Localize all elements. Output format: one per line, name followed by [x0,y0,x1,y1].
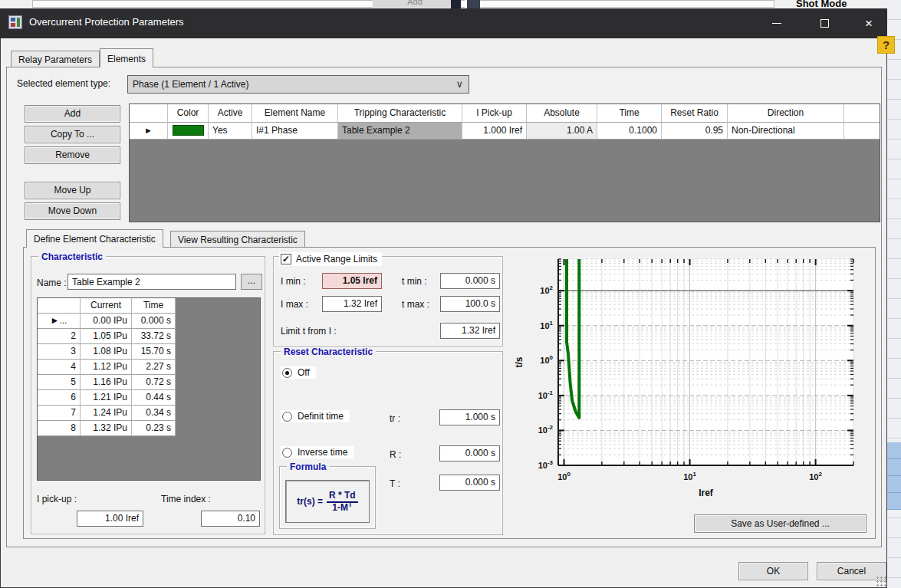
row-selector-icon[interactable]: ► [130,123,168,140]
header-selector [130,104,168,123]
tr-input[interactable]: 1.000 s [439,409,500,425]
current-cell[interactable]: 1.12 IPu [81,360,132,375]
element-name-cell[interactable]: I#1 Phase [252,123,338,140]
color-cell[interactable] [168,123,209,140]
time-cell[interactable]: 0.34 s [132,406,176,421]
header-time: Time [597,104,662,123]
row-number[interactable]: 4 [38,360,81,375]
move-up-button[interactable]: Move Up [25,182,120,199]
current-cell[interactable]: 1.24 IPu [81,406,132,421]
time-cell[interactable]: 0.000 s [132,314,176,329]
tab-elements[interactable]: Elements [100,48,153,67]
tab-view-resulting-characteristic[interactable]: View Resulting Characteristic [170,231,305,248]
imax-input[interactable]: 1.32 Iref [322,296,382,312]
char-row[interactable]: 2 1.05 IPu 33.72 s [38,329,260,344]
tab-define-element-characteristic[interactable]: Define Element Characteristic [26,229,163,248]
row-number[interactable]: 7 [38,406,81,421]
header-tripping: Tripping Characteristic [338,104,462,123]
browse-button[interactable]: ... [241,274,262,290]
svg-text:100: 100 [540,354,553,365]
time-cell[interactable]: 33.72 s [132,329,176,344]
reset-formula: tr(s) = R * Td 1-MT [285,480,370,523]
tmin-input[interactable]: 0.000 s [440,273,500,289]
row-number[interactable]: 6 [38,390,81,406]
char-row[interactable]: 5 1.16 IPu 0.72 s [38,375,260,390]
copy-to-button[interactable]: Copy To ... [25,126,120,143]
remove-button[interactable]: Remove [25,146,120,164]
svg-text:t/s: t/s [514,356,524,367]
radio-selected-icon[interactable] [282,368,292,378]
table-row[interactable]: ► Yes I#1 Phase Table Example 2 1.000 Ir… [130,123,880,140]
svg-text:10-2: 10-2 [538,424,554,435]
tripping-cell[interactable]: Table Example 2 [338,123,462,140]
row-number[interactable]: 8 [38,421,81,436]
direction-cell[interactable]: Non-Directional [728,123,844,140]
reset-characteristic-title: Reset Characteristic [281,347,376,357]
ok-button[interactable]: OK [738,562,808,580]
tab-relay-parameters[interactable]: Relay Parameters [11,51,100,67]
char-row[interactable]: 4 1.12 IPu 2.27 s [38,360,260,375]
help-button[interactable]: ? [877,36,895,54]
pickup-input[interactable]: 1.00 Iref [77,511,143,527]
time-cell[interactable]: 0.72 s [132,375,176,390]
time-cell[interactable]: 0.23 s [132,421,176,436]
radio-icon[interactable] [282,448,292,458]
svg-text:10-3: 10-3 [538,459,554,470]
time-cell[interactable]: 0.1000 [597,123,662,140]
time-index-input[interactable]: 0.10 [201,511,260,527]
limit-t-from-i-input[interactable]: 1.32 Iref [440,323,500,339]
pickup-cell[interactable]: 1.000 Iref [462,123,527,140]
header-direction: Direction [728,104,844,123]
minimize-button[interactable] [755,8,798,38]
radio-icon[interactable] [282,412,292,422]
time-cell[interactable]: 15.70 s [132,344,176,360]
current-cell[interactable]: 1.08 IPu [81,344,132,360]
resize-grip[interactable] [876,576,886,586]
char-row[interactable]: 3 1.08 IPu 15.70 s [38,344,260,360]
minimize-icon [772,23,781,24]
current-cell[interactable]: 1.21 IPu [81,390,132,406]
imin-label: I min : [281,276,306,287]
current-cell[interactable]: 0.00 IPu [81,314,132,329]
row-number[interactable]: 3 [38,344,81,360]
char-row[interactable]: 7 1.24 IPu 0.34 s [38,406,260,421]
element-type-value: Phase (1 Element / 1 Active) [133,79,248,90]
reset-inverse-time-option[interactable]: Inverse time [281,446,353,458]
header-reset-ratio: Reset Ratio [662,104,728,123]
t-input[interactable]: 0.000 s [439,475,500,491]
current-cell[interactable]: 1.32 IPu [81,421,132,436]
time-cell[interactable]: 0.44 s [132,390,176,406]
name-input[interactable]: Table Example 2 [67,274,236,290]
current-cell[interactable]: 1.16 IPu [81,375,132,390]
header-pickup: I Pick-up [462,104,527,123]
active-range-limits-header[interactable]: ✓ Active Range Limits [279,252,382,266]
element-type-combobox[interactable]: Phase (1 Element / 1 Active) ∨ [127,75,469,94]
reset-ratio-cell[interactable]: 0.95 [662,123,728,140]
move-down-button[interactable]: Move Down [25,202,120,220]
row-number[interactable]: 5 [38,375,81,390]
char-row[interactable]: ►... 0.00 IPu 0.000 s [38,314,260,329]
imin-input[interactable]: 1.05 Iref [322,273,382,289]
active-cell[interactable]: Yes [209,123,252,140]
svg-text:102: 102 [540,284,553,295]
current-cell[interactable]: 1.05 IPu [81,329,132,344]
row-number[interactable]: 2 [38,329,81,344]
row-selector-icon[interactable]: ►... [38,314,81,329]
reset-definit-time-option[interactable]: Definit time [281,410,350,422]
close-button[interactable]: × [850,8,887,38]
svg-text:101: 101 [683,471,696,481]
characteristic-points-grid: Current Time ►... 0.00 IPu 0.000 s 2 1.0… [37,297,261,481]
char-row[interactable]: 8 1.32 IPu 0.23 s [38,421,260,436]
absolute-cell[interactable]: 1.00 A [527,123,597,140]
reset-off-option[interactable]: Off [281,366,316,379]
save-as-user-defined-button[interactable]: Save as User-defined ... [694,514,866,533]
time-cell[interactable]: 2.27 s [132,360,176,375]
shot-mode-label: Shot Mode [796,0,847,8]
r-input[interactable]: 0.000 s [439,445,500,462]
tmax-input[interactable]: 100.0 s [440,296,500,312]
add-button[interactable]: Add [25,105,120,123]
char-row[interactable]: 6 1.21 IPu 0.44 s [38,390,260,406]
svg-text:10-1: 10-1 [538,389,554,400]
checkbox-checked-icon[interactable]: ✓ [281,254,291,264]
maximize-button[interactable] [803,8,846,38]
